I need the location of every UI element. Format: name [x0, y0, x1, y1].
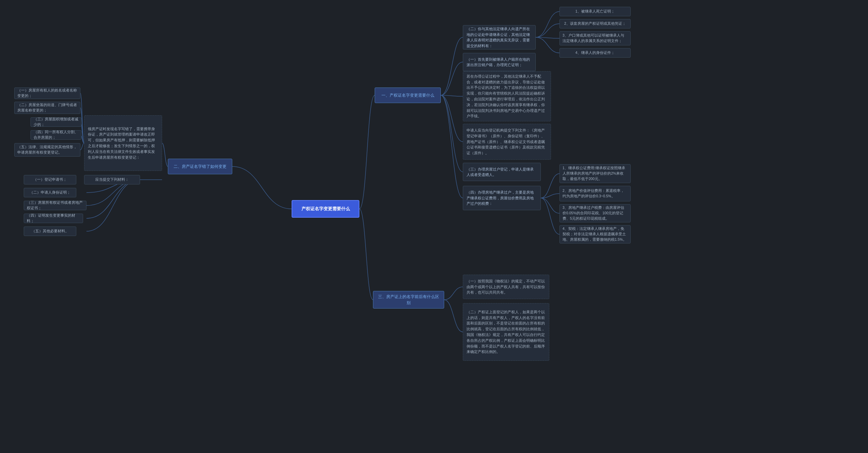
b2desc-node: 领房产证时发现名字写错了，需要携带身份证，房产证到就管理档案请申请改正即可，但如… — [84, 115, 162, 171]
b5r3-node: 3、房地产继承过户税费：由房屋评估价0.05%的合同印花税、100元的登记费、5… — [559, 204, 631, 222]
b2c4-node: （四）同一所有权人分割、合并房屋的； — [31, 130, 81, 140]
center-node[interactable]: 产权证名字变更需要什么 — [292, 200, 359, 218]
b4-node[interactable]: （三）办理房屋过户登记，申请人是继承人或者受遗赠人。 — [463, 163, 541, 181]
b1c2r3-node: 3、户口簿或其他可以证明被继承人与法定继承人的亲属关系的证明文件； — [559, 31, 631, 45]
branch2-node[interactable]: 二、房产证名字错了如何变更 — [168, 159, 232, 174]
b5r4-node: 4、契税：法定继承人继承房地产，免契税；对非法定继承人根据遗嘱承受土地、房屋权属… — [559, 225, 631, 243]
branch1-label: 一、产权证名字变更需要什么 — [381, 92, 434, 98]
b2c3-node: （三）房屋面积增加或者减少的； — [31, 117, 81, 127]
b2c2-node: （二）房屋坐落的街道、门牌号或者房屋名称变更的； — [14, 102, 80, 114]
b2m1-node: （一）登记申请书； — [24, 175, 76, 184]
b2m4-node: （四）证明发生变更事实的材料； — [24, 214, 83, 223]
b3c1-node: （一）按照我国《物权法》的规定，不动产可以由两个或两个以上的产权人共有，共有可以… — [463, 275, 549, 299]
b1c2r2-node: 2、该套房屋的产权证明或其他凭证； — [559, 19, 631, 28]
b2m5-node: （五）其他必要材料。 — [24, 226, 76, 236]
b2m3-node: （三）房屋所有权证书或者房地产权证书； — [24, 201, 86, 210]
b2c5-node: （五）法律、法规规定的其他情形，申请房屋所有权变更登记。 — [14, 143, 80, 157]
b2c1-node: （一）房屋所有权人的姓名或者名称变更的； — [14, 87, 80, 99]
b1c1-node[interactable]: （一）首先要到被继承人户籍所在地的派出所注销户籍，办理死亡证明； — [463, 53, 536, 71]
b1c4-node: 申请人应当向登记机构提交下列文件：《房地产登记申请书》（原件）、身份证明（复印件… — [463, 124, 551, 160]
b1c3-node: 若在办理公证过程中，其他法定继承人不予配合，或者对遗赠的效力提出异议，导致公证处… — [463, 71, 551, 121]
b1c2r4-node: 4、继承人的身份证件； — [559, 48, 631, 58]
b3c2-node: （二）产权证上面登记的产权人，如果是两个以上的话，则是共有产权人，产权人的名字没… — [463, 303, 549, 361]
b1c2-node[interactable]: （二）你与其他法定继承人向遗产所在地的公证处申请继承公证，其他法定继承人应表明对… — [463, 25, 536, 50]
b5r1-node: 1、继承权公证费用:继承权证按照继承人所继承的房地产的评估价的2%来收取，最低不… — [559, 164, 631, 183]
b1c2r1-node: 1、被继承人死亡证明； — [559, 7, 631, 16]
center-label: 产权证名字变更需要什么 — [301, 205, 350, 212]
branch1-node[interactable]: 一、产权证名字变更需要什么 — [375, 87, 441, 103]
b2m2-node: （二）申请人身份证明； — [24, 188, 76, 197]
b5r2-node: 2、房地产价值评估费用：累退税率，约为房地产的评估价0.3~0.5%。 — [559, 186, 631, 201]
mind-map-canvas: 产权证名字变更需要什么 一、产权证名字变更需要什么 （一）首先要到被继承人户籍所… — [0, 0, 868, 453]
b2mat-node: 应当提交下列材料： — [84, 175, 140, 184]
branch3-node[interactable]: 三、房产证上的名字前后有什么区别 — [373, 291, 444, 309]
b5-node[interactable]: （四）办理房地产继承过户，主要是房地产继承权公证费用，房屋估价费用及房地产过户的… — [463, 186, 541, 210]
